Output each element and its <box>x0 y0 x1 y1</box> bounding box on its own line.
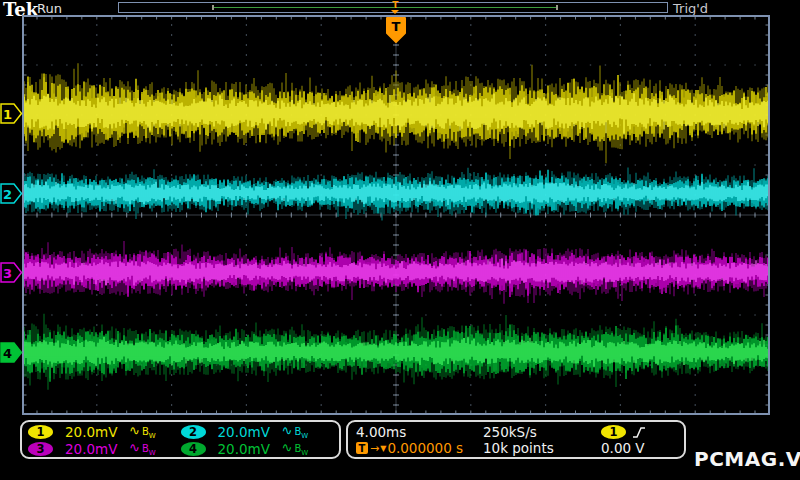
graticule <box>22 15 770 415</box>
record-view-window <box>212 7 557 8</box>
trigger-source-badge: 1 <box>601 425 626 439</box>
channel-readout-box: 1 20.0mV ∿BW 2 20.0mV ∿BW 3 20.0mV ∿BW 4… <box>20 420 341 459</box>
trigger-t-icon: T <box>356 442 368 454</box>
channel-1-readout: 1 20.0mV ∿BW <box>28 423 181 440</box>
trigger-position-value: 0.000000 s <box>387 440 463 456</box>
channel-2-badge: 2 <box>181 425 206 439</box>
rising-edge-icon <box>632 425 646 440</box>
record-view-bar: T <box>118 2 668 13</box>
channel-1-badge: 1 <box>28 425 53 439</box>
channel-3-readout: 3 20.0mV ∿BW <box>28 440 181 457</box>
arrow-icon: → <box>370 442 379 455</box>
channel-4-position-marker: 4 <box>0 342 23 363</box>
trigger-position-marker-icon: T <box>385 16 407 44</box>
ac-coupling-bandwidth-icon: ∿BW <box>282 440 309 457</box>
svg-text:T: T <box>392 19 401 34</box>
record-length: 10k points <box>483 440 601 456</box>
sample-rate: 250kS/s <box>483 424 601 440</box>
record-view-trigger-icon: T <box>391 1 400 14</box>
watermark: PCMAG.VN <box>694 447 800 471</box>
svg-text:3: 3 <box>3 265 12 280</box>
record-view-right-bracket <box>556 5 558 10</box>
trigger-position: T → ▼ 0.000000 s <box>356 440 483 456</box>
ac-coupling-bandwidth-icon: ∿BW <box>282 423 309 440</box>
channel-4-badge: 4 <box>181 442 206 456</box>
trigger-status: Trig'd <box>673 1 708 16</box>
svg-text:1: 1 <box>3 106 12 121</box>
channel-4-readout: 4 20.0mV ∿BW <box>181 440 334 457</box>
channel-3-badge: 3 <box>28 442 53 456</box>
channel-2-position-marker: 2 <box>0 183 23 204</box>
channel-3-position-marker: 3 <box>0 262 23 283</box>
ac-coupling-bandwidth-icon: ∿BW <box>129 440 156 457</box>
horizontal-scale: 4.00ms <box>356 424 483 440</box>
trigger-readout-box: 4.00ms 250kS/s 1 T → ▼ 0.000000 s 10k po… <box>346 420 686 459</box>
channel-2-scale: 20.0mV <box>218 424 274 440</box>
channel-2-readout: 2 20.0mV ∿BW <box>181 423 334 440</box>
channel-3-scale: 20.0mV <box>65 441 121 457</box>
acquisition-status: Run <box>37 1 62 16</box>
channel-1-position-marker: 1 <box>0 103 23 124</box>
channel-1-scale: 20.0mV <box>65 424 121 440</box>
channel-4-scale: 20.0mV <box>218 441 274 457</box>
svg-text:2: 2 <box>3 186 12 201</box>
down-triangle-icon: ▼ <box>380 444 386 453</box>
trigger-level: 0.00 V <box>601 440 645 456</box>
svg-text:4: 4 <box>3 345 12 360</box>
ac-coupling-bandwidth-icon: ∿BW <box>129 423 156 440</box>
oscilloscope-screen: Tek Run T Trig'd T 1234 1 20.0mV ∿BW 2 2… <box>0 0 800 480</box>
record-view-left-bracket <box>212 5 214 10</box>
